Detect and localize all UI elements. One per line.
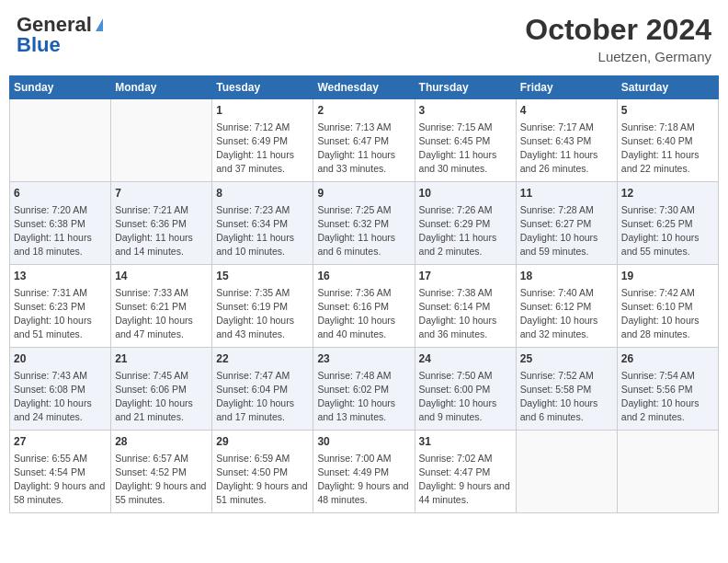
day-info: Sunrise: 7:40 AM Sunset: 6:12 PM Dayligh… bbox=[520, 286, 613, 342]
table-row: 23Sunrise: 7:48 AM Sunset: 6:02 PM Dayli… bbox=[313, 348, 415, 431]
table-row: 14Sunrise: 7:33 AM Sunset: 6:21 PM Dayli… bbox=[111, 265, 212, 348]
logo-blue-text: Blue bbox=[17, 33, 61, 57]
table-row: 18Sunrise: 7:40 AM Sunset: 6:12 PM Dayli… bbox=[516, 265, 617, 348]
month-info: October 2024 Luetzen, Germany bbox=[525, 13, 711, 64]
table-row: 2Sunrise: 7:13 AM Sunset: 6:47 PM Daylig… bbox=[313, 99, 415, 182]
table-row: 30Sunrise: 7:00 AM Sunset: 4:49 PM Dayli… bbox=[313, 431, 415, 513]
table-row: 11Sunrise: 7:28 AM Sunset: 6:27 PM Dayli… bbox=[516, 182, 617, 265]
day-number: 31 bbox=[419, 434, 512, 450]
table-row: 25Sunrise: 7:52 AM Sunset: 5:58 PM Dayli… bbox=[516, 348, 617, 431]
day-number: 27 bbox=[14, 434, 107, 450]
day-info: Sunrise: 7:35 AM Sunset: 6:19 PM Dayligh… bbox=[216, 286, 309, 342]
calendar-header-row: Sunday Monday Tuesday Wednesday Thursday… bbox=[10, 76, 719, 99]
day-info: Sunrise: 7:43 AM Sunset: 6:08 PM Dayligh… bbox=[14, 369, 107, 425]
day-number: 5 bbox=[621, 103, 714, 119]
day-info: Sunrise: 7:42 AM Sunset: 6:10 PM Dayligh… bbox=[621, 286, 714, 342]
table-row: 22Sunrise: 7:47 AM Sunset: 6:04 PM Dayli… bbox=[212, 348, 313, 431]
month-title: October 2024 bbox=[525, 13, 711, 47]
day-number: 30 bbox=[317, 434, 410, 450]
table-row: 7Sunrise: 7:21 AM Sunset: 6:36 PM Daylig… bbox=[111, 182, 212, 265]
location: Luetzen, Germany bbox=[525, 49, 711, 64]
day-info: Sunrise: 7:30 AM Sunset: 6:25 PM Dayligh… bbox=[621, 203, 714, 259]
day-number: 3 bbox=[419, 103, 512, 119]
day-number: 23 bbox=[317, 351, 410, 367]
col-wednesday: Wednesday bbox=[313, 76, 415, 99]
day-info: Sunrise: 7:36 AM Sunset: 6:16 PM Dayligh… bbox=[317, 286, 410, 342]
col-monday: Monday bbox=[111, 76, 212, 99]
day-info: Sunrise: 6:57 AM Sunset: 4:52 PM Dayligh… bbox=[115, 452, 208, 508]
day-info: Sunrise: 7:20 AM Sunset: 6:38 PM Dayligh… bbox=[14, 203, 107, 259]
day-info: Sunrise: 7:54 AM Sunset: 5:56 PM Dayligh… bbox=[621, 369, 714, 425]
table-row: 15Sunrise: 7:35 AM Sunset: 6:19 PM Dayli… bbox=[212, 265, 313, 348]
day-number: 25 bbox=[520, 351, 613, 367]
table-row: 10Sunrise: 7:26 AM Sunset: 6:29 PM Dayli… bbox=[415, 182, 516, 265]
day-number: 9 bbox=[317, 186, 410, 201]
day-number: 29 bbox=[216, 434, 309, 450]
day-info: Sunrise: 7:13 AM Sunset: 6:47 PM Dayligh… bbox=[317, 121, 410, 177]
table-row bbox=[516, 431, 617, 513]
day-number: 28 bbox=[115, 434, 208, 450]
day-info: Sunrise: 7:33 AM Sunset: 6:21 PM Dayligh… bbox=[115, 286, 208, 342]
page-header: General Blue October 2024 Luetzen, Germa… bbox=[9, 9, 719, 68]
day-info: Sunrise: 7:26 AM Sunset: 6:29 PM Dayligh… bbox=[419, 203, 512, 259]
calendar-table: Sunday Monday Tuesday Wednesday Thursday… bbox=[9, 75, 719, 513]
day-number: 13 bbox=[14, 269, 107, 284]
day-number: 24 bbox=[419, 351, 512, 367]
table-row: 4Sunrise: 7:17 AM Sunset: 6:43 PM Daylig… bbox=[516, 99, 617, 182]
day-number: 4 bbox=[520, 103, 613, 119]
col-saturday: Saturday bbox=[617, 76, 718, 99]
table-row: 26Sunrise: 7:54 AM Sunset: 5:56 PM Dayli… bbox=[617, 348, 718, 431]
table-row: 13Sunrise: 7:31 AM Sunset: 6:23 PM Dayli… bbox=[10, 265, 111, 348]
day-number: 16 bbox=[317, 269, 410, 284]
col-tuesday: Tuesday bbox=[212, 76, 313, 99]
day-number: 20 bbox=[14, 351, 107, 367]
table-row: 16Sunrise: 7:36 AM Sunset: 6:16 PM Dayli… bbox=[313, 265, 415, 348]
table-row: 28Sunrise: 6:57 AM Sunset: 4:52 PM Dayli… bbox=[111, 431, 212, 513]
table-row bbox=[111, 99, 212, 182]
day-info: Sunrise: 7:18 AM Sunset: 6:40 PM Dayligh… bbox=[621, 121, 714, 177]
table-row: 29Sunrise: 6:59 AM Sunset: 4:50 PM Dayli… bbox=[212, 431, 313, 513]
day-number: 1 bbox=[216, 103, 309, 119]
day-number: 6 bbox=[14, 186, 107, 201]
calendar-week-3: 13Sunrise: 7:31 AM Sunset: 6:23 PM Dayli… bbox=[10, 265, 719, 348]
day-number: 8 bbox=[216, 186, 309, 201]
day-info: Sunrise: 7:52 AM Sunset: 5:58 PM Dayligh… bbox=[520, 369, 613, 425]
logo-triangle-icon bbox=[96, 18, 103, 31]
table-row: 9Sunrise: 7:25 AM Sunset: 6:32 PM Daylig… bbox=[313, 182, 415, 265]
day-number: 22 bbox=[216, 351, 309, 367]
calendar-week-5: 27Sunrise: 6:55 AM Sunset: 4:54 PM Dayli… bbox=[10, 431, 719, 513]
day-number: 7 bbox=[115, 186, 208, 201]
day-info: Sunrise: 7:28 AM Sunset: 6:27 PM Dayligh… bbox=[520, 203, 613, 259]
calendar-week-1: 1Sunrise: 7:12 AM Sunset: 6:49 PM Daylig… bbox=[10, 99, 719, 182]
day-info: Sunrise: 7:45 AM Sunset: 6:06 PM Dayligh… bbox=[115, 369, 208, 425]
table-row bbox=[10, 99, 111, 182]
table-row: 3Sunrise: 7:15 AM Sunset: 6:45 PM Daylig… bbox=[415, 99, 516, 182]
day-number: 12 bbox=[621, 186, 714, 201]
day-info: Sunrise: 6:55 AM Sunset: 4:54 PM Dayligh… bbox=[14, 452, 107, 508]
table-row bbox=[617, 431, 718, 513]
day-info: Sunrise: 7:12 AM Sunset: 6:49 PM Dayligh… bbox=[216, 121, 309, 177]
day-info: Sunrise: 7:21 AM Sunset: 6:36 PM Dayligh… bbox=[115, 203, 208, 259]
logo: General Blue bbox=[17, 13, 103, 57]
table-row: 24Sunrise: 7:50 AM Sunset: 6:00 PM Dayli… bbox=[415, 348, 516, 431]
day-number: 18 bbox=[520, 269, 613, 284]
day-info: Sunrise: 7:15 AM Sunset: 6:45 PM Dayligh… bbox=[419, 121, 512, 177]
col-sunday: Sunday bbox=[10, 76, 111, 99]
col-friday: Friday bbox=[516, 76, 617, 99]
table-row: 19Sunrise: 7:42 AM Sunset: 6:10 PM Dayli… bbox=[617, 265, 718, 348]
day-info: Sunrise: 7:31 AM Sunset: 6:23 PM Dayligh… bbox=[14, 286, 107, 342]
table-row: 1Sunrise: 7:12 AM Sunset: 6:49 PM Daylig… bbox=[212, 99, 313, 182]
day-number: 2 bbox=[317, 103, 410, 119]
day-info: Sunrise: 7:38 AM Sunset: 6:14 PM Dayligh… bbox=[419, 286, 512, 342]
col-thursday: Thursday bbox=[415, 76, 516, 99]
day-number: 14 bbox=[115, 269, 208, 284]
calendar-week-4: 20Sunrise: 7:43 AM Sunset: 6:08 PM Dayli… bbox=[10, 348, 719, 431]
table-row: 17Sunrise: 7:38 AM Sunset: 6:14 PM Dayli… bbox=[415, 265, 516, 348]
day-info: Sunrise: 7:47 AM Sunset: 6:04 PM Dayligh… bbox=[216, 369, 309, 425]
day-info: Sunrise: 7:48 AM Sunset: 6:02 PM Dayligh… bbox=[317, 369, 410, 425]
calendar-week-2: 6Sunrise: 7:20 AM Sunset: 6:38 PM Daylig… bbox=[10, 182, 719, 265]
table-row: 31Sunrise: 7:02 AM Sunset: 4:47 PM Dayli… bbox=[415, 431, 516, 513]
day-info: Sunrise: 7:23 AM Sunset: 6:34 PM Dayligh… bbox=[216, 203, 309, 259]
table-row: 5Sunrise: 7:18 AM Sunset: 6:40 PM Daylig… bbox=[617, 99, 718, 182]
day-number: 21 bbox=[115, 351, 208, 367]
